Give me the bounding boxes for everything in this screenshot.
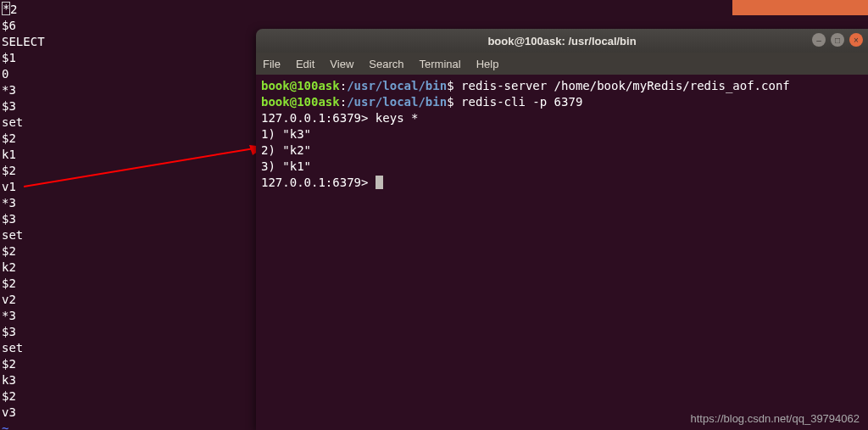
terminal-line: book@100ask:/usr/local/bin$ redis-cli -p… xyxy=(261,94,863,110)
window-titlebar[interactable]: book@100ask: /usr/local/bin – □ × xyxy=(256,29,868,53)
window-title: book@100ask: /usr/local/bin xyxy=(487,35,636,47)
terminal-body[interactable]: book@100ask:/usr/local/bin$ redis-server… xyxy=(256,75,868,194)
menu-search[interactable]: Search xyxy=(369,58,403,70)
close-button[interactable]: × xyxy=(849,33,863,47)
terminal-window: book@100ask: /usr/local/bin – □ × File E… xyxy=(256,29,868,430)
vim-cursor: * xyxy=(2,2,10,15)
terminal-output: 2) "k2" xyxy=(261,142,863,159)
terminal-output: 3) "k1" xyxy=(261,159,863,175)
menu-file[interactable]: File xyxy=(263,58,281,70)
menu-help[interactable]: Help xyxy=(476,58,499,70)
window-controls: – □ × xyxy=(812,33,863,47)
minimize-button[interactable]: – xyxy=(812,33,826,47)
maximize-button[interactable]: □ xyxy=(831,33,844,47)
menu-edit[interactable]: Edit xyxy=(296,58,314,70)
menu-bar: File Edit View Search Terminal Help xyxy=(256,53,868,75)
cursor-icon xyxy=(376,176,383,189)
menu-view[interactable]: View xyxy=(330,58,353,70)
menu-terminal[interactable]: Terminal xyxy=(420,58,461,70)
terminal-line: book@100ask:/usr/local/bin$ redis-server… xyxy=(261,78,863,94)
watermark-text: https://blog.csdn.net/qq_39794062 xyxy=(691,412,860,425)
terminal-line: 127.0.0.1:6379> keys * xyxy=(261,110,863,126)
terminal-line: 127.0.0.1:6379> xyxy=(261,175,863,191)
terminal-output: 1) "k3" xyxy=(261,126,863,142)
